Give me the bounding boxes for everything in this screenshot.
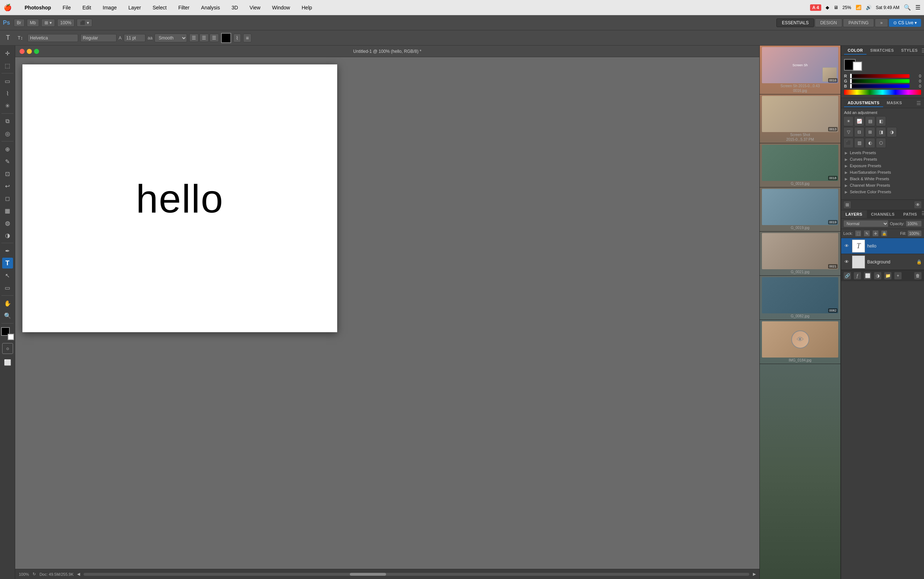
path-selection-tool[interactable]: ↖ <box>2 270 13 281</box>
preset-exposure[interactable]: ▶ Exposure Presets <box>844 162 921 169</box>
zoom-tool[interactable]: 🔍 <box>2 310 13 321</box>
preset-selective-color[interactable]: ▶ Selective Color Presets <box>844 188 921 195</box>
bridge-button[interactable]: Br <box>14 19 24 27</box>
move-tool[interactable]: ✛ <box>2 48 13 59</box>
panel-icon-eye[interactable]: 👁 <box>914 201 922 209</box>
screen-mode-button[interactable]: ⬛ ▾ <box>77 19 92 27</box>
blend-mode-select[interactable]: Normal Multiply Screen Overlay <box>843 220 888 227</box>
preset-hue-sat[interactable]: ▶ Hue/Saturation Presets <box>844 169 921 175</box>
screen-mode-icon[interactable]: ⬜ <box>2 357 13 368</box>
workspace-painting[interactable]: PAINTING <box>843 18 874 27</box>
window-close-button[interactable] <box>20 49 24 54</box>
new-group-button[interactable]: 📁 <box>884 272 892 280</box>
film-item-0013[interactable]: 0013 Screen Shot 2015-0...5.37 PM <box>760 95 841 143</box>
shape-tool[interactable]: ▭ <box>2 282 13 293</box>
tab-channels[interactable]: CHANNELS <box>867 210 899 218</box>
layer-style-button[interactable]: ƒ <box>854 272 861 280</box>
menu-layer[interactable]: Layer <box>126 4 143 11</box>
healing-brush-tool[interactable]: ⊕ <box>2 144 13 155</box>
layer-mask-button[interactable]: ⬜ <box>864 272 872 280</box>
vibrance-adj-icon[interactable]: ▽ <box>843 127 854 137</box>
tab-swatches[interactable]: SWATCHES <box>867 47 898 55</box>
preset-levels[interactable]: ▶ Levels Presets <box>844 149 921 156</box>
search-icon[interactable]: 🔍 <box>904 4 911 11</box>
brush-tool[interactable]: ✎ <box>2 156 13 167</box>
tab-color[interactable]: COLOR <box>844 47 867 55</box>
type-orientation-icon[interactable]: T <box>3 34 13 42</box>
lasso-tool[interactable]: ⌇ <box>2 88 13 99</box>
hand-tool[interactable]: ✋ <box>2 298 13 309</box>
curves-adj-icon[interactable]: 📈 <box>854 116 864 126</box>
magic-wand-tool[interactable]: ✳ <box>2 100 13 111</box>
preset-channel-mixer[interactable]: ▶ Channel Mixer Presets <box>844 182 921 188</box>
color-balance-adj-icon[interactable]: ⊞ <box>865 127 875 137</box>
adjustments-panel-menu[interactable]: ☰ <box>916 100 921 106</box>
pen-tool[interactable]: ✒ <box>2 245 13 256</box>
preset-curves[interactable]: ▶ Curves Presets <box>844 156 921 162</box>
menu-filter[interactable]: Filter <box>176 4 192 11</box>
levels-adj-icon[interactable]: ▤ <box>865 116 875 126</box>
scroll-arrow-left[interactable]: ◀ <box>77 572 80 576</box>
history-brush-tool[interactable]: ↩ <box>2 181 13 191</box>
bw-adj-icon[interactable]: ◨ <box>876 127 886 137</box>
workspace-essentials[interactable]: ESSENTIALS <box>776 18 814 27</box>
background-swatch[interactable] <box>853 62 862 71</box>
canvas-scroll-area[interactable]: hello <box>15 57 759 569</box>
new-layer-button[interactable]: + <box>894 272 902 280</box>
type-size-icon[interactable]: T↕ <box>15 35 25 41</box>
artboard-tool[interactable]: ⬚ <box>2 60 13 71</box>
menu-photoshop[interactable]: Photoshop <box>23 4 53 11</box>
film-item-0018[interactable]: 0018 G_0018.jpg <box>760 143 841 188</box>
blur-tool[interactable]: ◍ <box>2 218 13 228</box>
marquee-tool[interactable]: ▭ <box>2 76 13 87</box>
blue-slider[interactable] <box>850 84 909 88</box>
film-item-0016[interactable]: Screen Sh 0016 Screen Sh 2015-0...0.43 0… <box>760 46 841 95</box>
tab-layers[interactable]: LAYERS <box>841 210 867 218</box>
tab-masks[interactable]: MASKS <box>883 99 906 107</box>
film-item-0082[interactable]: 0082 G_0082.jpg <box>760 276 841 320</box>
menu-file[interactable]: File <box>60 4 73 11</box>
selective-color-adj-icon[interactable]: ⬛ <box>843 138 854 148</box>
workspace-design[interactable]: DESIGN <box>815 18 842 27</box>
refresh-icon[interactable]: ↻ <box>33 572 36 576</box>
gradient-map-adj-icon[interactable]: ▥ <box>854 138 864 148</box>
zoom-level-button[interactable]: 100% <box>57 19 75 27</box>
apple-menu[interactable]: 🍎 <box>3 3 11 11</box>
layers-panel-menu[interactable]: ☰ <box>921 210 924 218</box>
align-center-button[interactable]: ☰ <box>199 34 209 42</box>
opacity-input[interactable] <box>906 221 922 227</box>
preset-bw[interactable]: ▶ Black & White Presets <box>844 175 921 182</box>
layer-item-background[interactable]: 👁 Background 🔒 <box>841 254 924 270</box>
menu-extra-icon[interactable]: ☰ <box>915 4 921 11</box>
antialiasing-select[interactable]: Smooth None Sharp Crisp Strong <box>155 34 187 43</box>
color-spectrum-bar[interactable] <box>844 90 921 95</box>
menu-view[interactable]: View <box>248 4 263 11</box>
crop-tool[interactable]: ⧉ <box>2 116 13 127</box>
fill-input[interactable] <box>908 230 922 237</box>
lock-transparent-button[interactable]: ⬚ <box>855 230 861 237</box>
align-right-button[interactable]: ☰ <box>209 34 219 42</box>
font-size-input[interactable] <box>124 34 145 42</box>
exposure-adj-icon[interactable]: ◧ <box>876 116 886 126</box>
font-family-input[interactable] <box>28 34 78 42</box>
hue-sat-adj-icon[interactable]: ⊟ <box>854 127 864 137</box>
film-item-0021[interactable]: 0021 G_0021.jpg <box>760 232 841 276</box>
layer-visibility-hello[interactable]: 👁 <box>843 243 850 249</box>
quick-mask-button[interactable]: ⊙ <box>2 343 13 354</box>
dodge-tool[interactable]: ◑ <box>2 230 13 240</box>
workspace-more[interactable]: » <box>875 18 888 27</box>
scroll-arrow-right[interactable]: ▶ <box>753 572 756 576</box>
lock-image-button[interactable]: ✎ <box>864 230 870 237</box>
film-item-0019[interactable]: 0019 G_0019.jpg <box>760 188 841 232</box>
eraser-tool[interactable]: ◻ <box>2 193 13 204</box>
layer-item-hello[interactable]: 👁 T hello <box>841 238 924 254</box>
invert-adj-icon[interactable]: ⬡ <box>876 138 886 148</box>
menu-analysis[interactable]: Analysis <box>199 4 222 11</box>
window-minimize-button[interactable] <box>27 49 32 54</box>
panel-icon-link[interactable]: ⊞ <box>843 201 851 209</box>
window-maximize-button[interactable] <box>34 49 39 54</box>
character-palette-button[interactable]: ≡ <box>243 34 251 43</box>
menu-image[interactable]: Image <box>101 4 119 11</box>
tab-styles[interactable]: STYLES <box>898 47 921 55</box>
layer-visibility-background[interactable]: 👁 <box>843 259 850 265</box>
